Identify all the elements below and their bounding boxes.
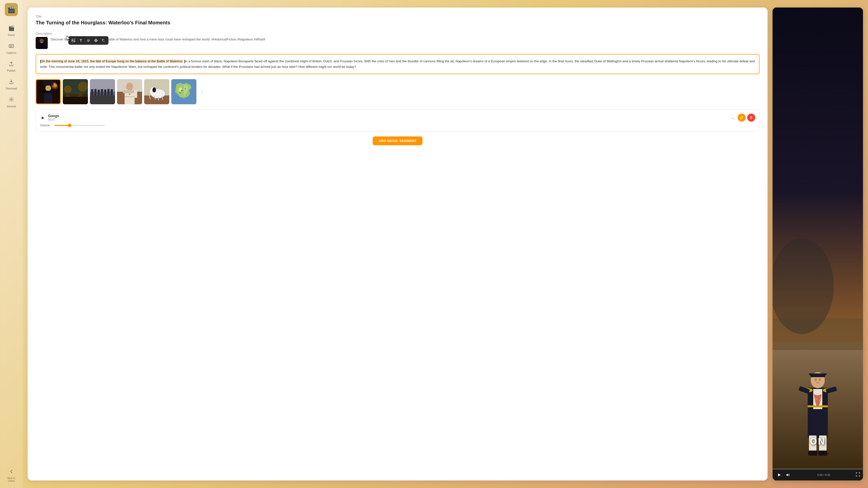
svg-point-80 bbox=[819, 378, 821, 381]
video-controls: 0:00 / 0:45 bbox=[773, 469, 863, 481]
sidebar-item-publish-label: Publish bbox=[7, 69, 16, 72]
sidebar-item-back-label: Back toVideos bbox=[7, 477, 15, 483]
video-play-button[interactable] bbox=[776, 471, 783, 479]
svg-point-55 bbox=[180, 92, 181, 93]
video-time-display: 0:00 / 0:45 bbox=[794, 474, 854, 477]
svg-rect-7 bbox=[38, 38, 46, 42]
svg-point-77 bbox=[814, 398, 817, 400]
music-header: ▶ Gongs 00:47 ⌄ bbox=[40, 114, 755, 122]
volume-row: Volume bbox=[40, 124, 755, 127]
thumbnail-image bbox=[36, 37, 48, 49]
sidebar-item-captions-label: Captions bbox=[6, 52, 16, 54]
toolbar-move-btn[interactable] bbox=[92, 37, 99, 44]
svg-point-54 bbox=[185, 88, 186, 89]
gallery-item-napoleon[interactable] bbox=[36, 79, 61, 104]
cavalry-image bbox=[144, 79, 169, 104]
description-label: Description bbox=[36, 32, 760, 35]
app-logo: 🎬 bbox=[5, 3, 18, 16]
gallery-section: ⋮ bbox=[36, 79, 760, 104]
svg-rect-73 bbox=[808, 451, 817, 456]
music-chevron-button[interactable]: ⌄ bbox=[729, 114, 736, 121]
gallery-more-button[interactable]: ⋮ bbox=[198, 88, 206, 95]
map-image bbox=[171, 79, 196, 104]
svg-point-53 bbox=[181, 90, 183, 91]
svg-point-10 bbox=[88, 40, 89, 41]
svg-rect-32 bbox=[111, 89, 113, 95]
general-icon bbox=[7, 95, 16, 104]
sidebar-item-scene-label: Scene bbox=[8, 34, 15, 36]
toolbar-image-btn[interactable] bbox=[70, 37, 77, 44]
sidebar-item-general[interactable]: General bbox=[0, 92, 23, 110]
video-scene: ON bbox=[773, 7, 863, 469]
volume-fill bbox=[55, 125, 69, 126]
svg-rect-29 bbox=[101, 89, 103, 95]
sidebar-item-download[interactable]: Download bbox=[0, 74, 23, 92]
sidebar-item-publish[interactable]: Publish bbox=[0, 57, 23, 74]
video-fullscreen-button[interactable] bbox=[856, 472, 860, 478]
toolbar-text-btn[interactable]: T bbox=[78, 37, 84, 44]
add-music-section: ADD MUSIC SEGMENT bbox=[36, 136, 760, 145]
toolbar-crop-btn[interactable] bbox=[100, 37, 107, 44]
editor-panel: Title The Turning of the Hourglass: Wate… bbox=[28, 7, 768, 481]
sidebar-item-download-label: Download bbox=[6, 87, 17, 90]
gallery-item-battle[interactable] bbox=[63, 79, 88, 104]
gallery-item-cavalry[interactable] bbox=[144, 79, 169, 104]
svg-rect-70 bbox=[809, 373, 827, 375]
music-actions: ⌄ bbox=[729, 114, 755, 122]
music-play-button[interactable]: ▶ bbox=[40, 115, 46, 121]
sidebar-item-scene[interactable]: 🎬 Scene bbox=[0, 21, 23, 39]
download-icon bbox=[7, 77, 16, 86]
gallery-item-map[interactable] bbox=[171, 79, 196, 104]
music-duration: 00:47 bbox=[48, 118, 59, 121]
gallery-grid: ⋮ bbox=[36, 79, 760, 104]
video-volume-button[interactable] bbox=[785, 471, 792, 479]
svg-rect-24 bbox=[90, 94, 115, 104]
svg-point-78 bbox=[819, 399, 821, 401]
svg-rect-76 bbox=[826, 387, 837, 394]
svg-rect-33 bbox=[90, 79, 115, 89]
video-panel: ON 0:00 / 0:45 bbox=[773, 7, 863, 481]
gallery-item-soldiers[interactable] bbox=[90, 79, 115, 104]
volume-thumb[interactable] bbox=[68, 124, 71, 127]
svg-point-3 bbox=[10, 99, 12, 100]
music-title-row: ▶ Gongs 00:47 bbox=[40, 114, 59, 121]
svg-rect-27 bbox=[94, 89, 96, 95]
text-cursor-mid bbox=[184, 60, 185, 63]
script-text[interactable]: On the morning of June 18, 1815, the fat… bbox=[40, 59, 755, 70]
video-subtitle: ON bbox=[810, 436, 826, 447]
volume-label: Volume bbox=[40, 124, 52, 127]
sidebar-item-captions[interactable]: Captions bbox=[0, 39, 23, 57]
volume-slider[interactable] bbox=[55, 125, 105, 126]
music-edit-button[interactable] bbox=[738, 114, 746, 122]
toolbar-settings-btn[interactable] bbox=[85, 37, 92, 44]
description-thumbnail bbox=[36, 37, 48, 49]
sidebar-item-back-to-videos[interactable]: Back toVideos bbox=[0, 464, 23, 485]
title-section: Title The Turning of the Hourglass: Wate… bbox=[36, 14, 760, 26]
svg-point-51 bbox=[152, 87, 156, 92]
svg-point-79 bbox=[815, 378, 817, 381]
gallery-item-officer[interactable] bbox=[117, 79, 142, 104]
svg-point-11 bbox=[87, 39, 90, 42]
battle-scene-image bbox=[63, 79, 88, 104]
svg-rect-26 bbox=[91, 89, 93, 95]
title-text[interactable]: The Turning of the Hourglass: Waterloo's… bbox=[36, 20, 760, 26]
sidebar-item-general-label: General bbox=[7, 105, 16, 108]
publish-icon bbox=[7, 59, 16, 68]
soldiers-image bbox=[90, 79, 115, 104]
music-delete-button[interactable] bbox=[747, 114, 755, 122]
svg-rect-75 bbox=[799, 386, 810, 394]
main-container: Title The Turning of the Hourglass: Wate… bbox=[23, 0, 868, 488]
svg-rect-31 bbox=[107, 89, 110, 95]
video-progress-bar[interactable] bbox=[773, 469, 863, 469]
svg-rect-22 bbox=[63, 97, 88, 104]
svg-point-9 bbox=[72, 39, 73, 40]
add-music-segment-button[interactable]: ADD MUSIC SEGMENT bbox=[373, 136, 423, 145]
description-toolbar: T bbox=[68, 36, 108, 45]
svg-rect-28 bbox=[98, 90, 100, 95]
svg-rect-0 bbox=[9, 44, 13, 48]
music-track-name: Gongs bbox=[48, 114, 59, 118]
scene-icon: 🎬 bbox=[7, 24, 16, 33]
music-info: Gongs 00:47 bbox=[48, 114, 59, 121]
script-section[interactable]: On the morning of June 18, 1815, the fat… bbox=[36, 54, 760, 74]
captions-icon bbox=[7, 41, 16, 51]
